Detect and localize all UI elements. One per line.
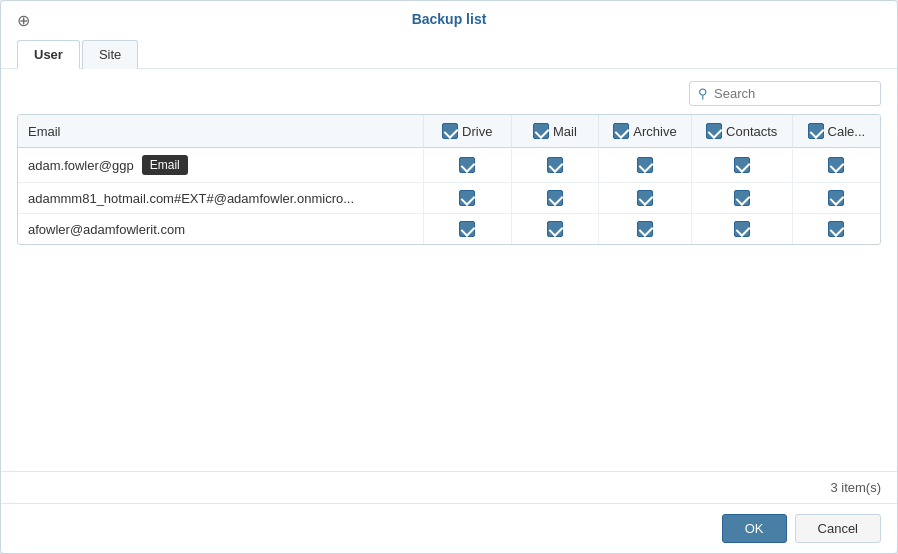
checkbox-mail-2[interactable]	[547, 190, 563, 206]
table-row: adam.fowler@ggp Email	[18, 148, 880, 183]
checkbox-contacts-3[interactable]	[734, 221, 750, 237]
cell-email-3: afowler@adamfowlerit.com	[18, 214, 423, 245]
item-count: 3 item(s)	[830, 480, 881, 495]
checkbox-cale-3[interactable]	[828, 221, 844, 237]
toolbar: ⚲	[17, 81, 881, 106]
col-header-cale[interactable]: Cale...	[792, 115, 880, 148]
header-checkbox-drive[interactable]	[442, 123, 458, 139]
cell-mail-2[interactable]	[511, 183, 599, 214]
col-header-mail[interactable]: Mail	[511, 115, 599, 148]
cancel-button[interactable]: Cancel	[795, 514, 881, 543]
header-checkbox-archive[interactable]	[613, 123, 629, 139]
checkbox-contacts-1[interactable]	[734, 157, 750, 173]
cell-mail-1[interactable]	[511, 148, 599, 183]
checkbox-mail-1[interactable]	[547, 157, 563, 173]
col-header-contacts[interactable]: Contacts	[691, 115, 792, 148]
cell-archive-3[interactable]	[599, 214, 691, 245]
cell-contacts-2[interactable]	[691, 183, 792, 214]
checkbox-drive-2[interactable]	[459, 190, 475, 206]
dialog-header: ⊕ Backup list User Site	[1, 1, 897, 69]
cell-email-2: adammm81_hotmail.com#EXT#@adamfowler.onm…	[18, 183, 423, 214]
checkbox-archive-1[interactable]	[637, 157, 653, 173]
status-bar: 3 item(s)	[1, 471, 897, 503]
checkbox-mail-3[interactable]	[547, 221, 563, 237]
checkbox-cale-1[interactable]	[828, 157, 844, 173]
table-header-row: Email Drive Mail	[18, 115, 880, 148]
ok-button[interactable]: OK	[722, 514, 787, 543]
cell-cale-2[interactable]	[792, 183, 880, 214]
cell-contacts-3[interactable]	[691, 214, 792, 245]
tabs: User Site	[17, 40, 881, 69]
cell-drive-1[interactable]	[423, 148, 511, 183]
checkbox-archive-2[interactable]	[637, 190, 653, 206]
dialog-title: Backup list	[17, 11, 881, 35]
drag-icon[interactable]: ⊕	[17, 11, 30, 30]
checkbox-cale-2[interactable]	[828, 190, 844, 206]
table-row: adammm81_hotmail.com#EXT#@adamfowler.onm…	[18, 183, 880, 214]
checkbox-drive-1[interactable]	[459, 157, 475, 173]
cell-contacts-1[interactable]	[691, 148, 792, 183]
dialog-body: ⚲ Email Drive	[1, 69, 897, 471]
cell-archive-1[interactable]	[599, 148, 691, 183]
search-input[interactable]	[714, 86, 872, 101]
col-header-drive[interactable]: Drive	[423, 115, 511, 148]
checkbox-contacts-2[interactable]	[734, 190, 750, 206]
email-tooltip: Email	[142, 155, 188, 175]
cell-drive-2[interactable]	[423, 183, 511, 214]
backup-table: Email Drive Mail	[18, 115, 880, 244]
backup-list-dialog: ⊕ Backup list User Site ⚲ Email	[0, 0, 898, 554]
header-checkbox-mail[interactable]	[533, 123, 549, 139]
col-header-archive[interactable]: Archive	[599, 115, 691, 148]
cell-email-1: adam.fowler@ggp Email	[18, 148, 423, 183]
header-checkbox-cale[interactable]	[808, 123, 824, 139]
checkbox-drive-3[interactable]	[459, 221, 475, 237]
search-icon: ⚲	[698, 86, 708, 101]
col-header-email: Email	[18, 115, 423, 148]
cell-drive-3[interactable]	[423, 214, 511, 245]
tab-site[interactable]: Site	[82, 40, 138, 69]
dialog-footer: OK Cancel	[1, 503, 897, 553]
cell-cale-1[interactable]	[792, 148, 880, 183]
cell-cale-3[interactable]	[792, 214, 880, 245]
cell-mail-3[interactable]	[511, 214, 599, 245]
header-checkbox-contacts[interactable]	[706, 123, 722, 139]
search-box[interactable]: ⚲	[689, 81, 881, 106]
cell-archive-2[interactable]	[599, 183, 691, 214]
table-container: Email Drive Mail	[17, 114, 881, 245]
table-row: afowler@adamfowlerit.com	[18, 214, 880, 245]
checkbox-archive-3[interactable]	[637, 221, 653, 237]
tab-user[interactable]: User	[17, 40, 80, 69]
